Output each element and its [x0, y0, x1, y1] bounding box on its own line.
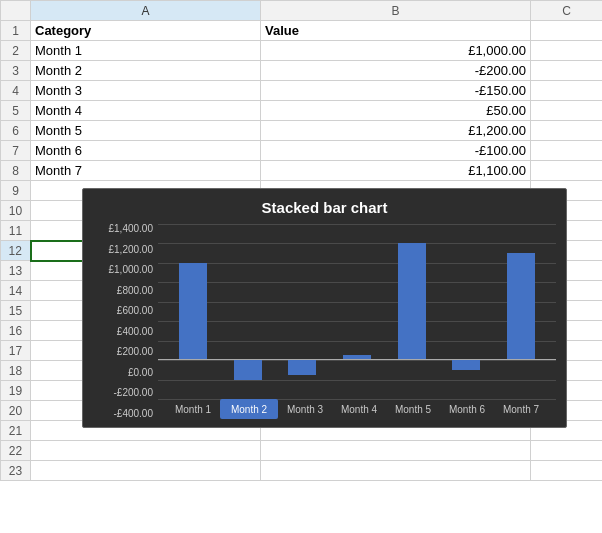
row-number: 17: [1, 341, 31, 361]
bar-group: [439, 224, 494, 399]
col-header-c[interactable]: C: [531, 1, 603, 21]
col-header-b[interactable]: B: [261, 1, 531, 21]
y-axis: £1,400.00£1,200.00£1,000.00£800.00£600.0…: [93, 224, 158, 419]
bar-group: [275, 224, 330, 399]
row-number: 4: [1, 81, 31, 101]
row-number: 8: [1, 161, 31, 181]
col-header-a[interactable]: A: [31, 1, 261, 21]
cell-a[interactable]: Month 5: [31, 121, 261, 141]
row-number: 5: [1, 101, 31, 121]
row-number: 7: [1, 141, 31, 161]
y-axis-label: £800.00: [117, 286, 153, 296]
bar-group: [384, 224, 439, 399]
bar-group: [330, 224, 385, 399]
cell-b[interactable]: -£200.00: [261, 61, 531, 81]
cell-a[interactable]: Month 4: [31, 101, 261, 121]
y-axis-label: £600.00: [117, 306, 153, 316]
row-number: 22: [1, 441, 31, 461]
x-axis-label: Month 1: [166, 399, 220, 419]
cell-c[interactable]: [531, 161, 603, 181]
row-number: 15: [1, 301, 31, 321]
y-axis-label: £1,200.00: [109, 245, 154, 255]
bar-group: [493, 224, 548, 399]
cell-a[interactable]: Month 3: [31, 81, 261, 101]
cell-b[interactable]: £1,000.00: [261, 41, 531, 61]
row-number: 11: [1, 221, 31, 241]
table-row: 5Month 4£50.00: [1, 101, 603, 121]
cell-a[interactable]: Category: [31, 21, 261, 41]
chart-container[interactable]: Stacked bar chart £1,400.00£1,200.00£1,0…: [82, 188, 567, 428]
bar-group: [166, 224, 221, 399]
y-axis-label: £1,000.00: [109, 265, 154, 275]
row-number: 1: [1, 21, 31, 41]
bar: [179, 263, 207, 360]
x-axis-label: Month 2: [220, 399, 278, 419]
row-number: 16: [1, 321, 31, 341]
bar: [288, 360, 316, 375]
cell-c[interactable]: [531, 81, 603, 101]
bars-container: [158, 224, 556, 399]
table-row: 4Month 3-£150.00: [1, 81, 603, 101]
cell-a[interactable]: [31, 461, 261, 481]
cell-b[interactable]: £1,100.00: [261, 161, 531, 181]
cell-c[interactable]: [531, 21, 603, 41]
cell-b[interactable]: £50.00: [261, 101, 531, 121]
bar: [452, 360, 480, 370]
table-row: 3Month 2-£200.00: [1, 61, 603, 81]
row-number: 18: [1, 361, 31, 381]
table-row: 1CategoryValue: [1, 21, 603, 41]
x-axis-label: Month 3: [278, 399, 332, 419]
y-axis-label: £200.00: [117, 347, 153, 357]
cell-c[interactable]: [531, 121, 603, 141]
row-number: 13: [1, 261, 31, 281]
cell-b[interactable]: [261, 441, 531, 461]
spreadsheet-container: A B C 1CategoryValue2Month 1£1,000.003Mo…: [0, 0, 602, 481]
y-axis-label: £400.00: [117, 327, 153, 337]
cell-b[interactable]: £1,200.00: [261, 121, 531, 141]
x-axis-label: Month 7: [494, 399, 548, 419]
x-axis-label: Month 4: [332, 399, 386, 419]
table-row: 2Month 1£1,000.00: [1, 41, 603, 61]
row-number: 19: [1, 381, 31, 401]
cell-a[interactable]: Month 1: [31, 41, 261, 61]
row-number: 21: [1, 421, 31, 441]
chart-body: £1,400.00£1,200.00£1,000.00£800.00£600.0…: [93, 224, 556, 419]
table-row: 23: [1, 461, 603, 481]
row-number: 10: [1, 201, 31, 221]
cell-a[interactable]: Month 2: [31, 61, 261, 81]
corner-header: [1, 1, 31, 21]
table-row: 8Month 7£1,100.00: [1, 161, 603, 181]
chart-title: Stacked bar chart: [93, 199, 556, 216]
cell-c[interactable]: [531, 101, 603, 121]
y-axis-label: £1,400.00: [109, 224, 154, 234]
table-row: 7Month 6-£100.00: [1, 141, 603, 161]
cell-b[interactable]: -£100.00: [261, 141, 531, 161]
cell-a[interactable]: Month 7: [31, 161, 261, 181]
zero-line: [158, 359, 556, 360]
cell-c[interactable]: [531, 461, 603, 481]
cell-c[interactable]: [531, 61, 603, 81]
x-labels: Month 1Month 2Month 3Month 4Month 5Month…: [158, 399, 556, 419]
cell-c[interactable]: [531, 441, 603, 461]
bar: [507, 253, 535, 360]
table-row: 6Month 5£1,200.00: [1, 121, 603, 141]
x-axis-label: Month 6: [440, 399, 494, 419]
x-axis-label: Month 5: [386, 399, 440, 419]
row-number: 6: [1, 121, 31, 141]
row-number: 23: [1, 461, 31, 481]
y-axis-label: -£200.00: [114, 388, 153, 398]
cell-c[interactable]: [531, 41, 603, 61]
row-number: 20: [1, 401, 31, 421]
bar: [398, 243, 426, 360]
row-number: 9: [1, 181, 31, 201]
table-row: 22: [1, 441, 603, 461]
cell-b[interactable]: [261, 461, 531, 481]
cell-b[interactable]: Value: [261, 21, 531, 41]
cell-a[interactable]: [31, 441, 261, 461]
cell-a[interactable]: Month 6: [31, 141, 261, 161]
cell-c[interactable]: [531, 141, 603, 161]
bar-group: [221, 224, 276, 399]
cell-b[interactable]: -£150.00: [261, 81, 531, 101]
row-number: 2: [1, 41, 31, 61]
row-number: 14: [1, 281, 31, 301]
